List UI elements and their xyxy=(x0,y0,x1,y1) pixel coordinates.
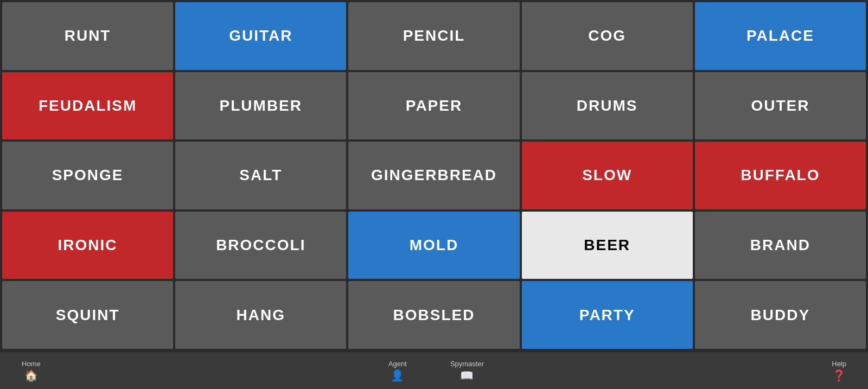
spymaster-label: Spymaster xyxy=(450,360,484,368)
card-buffalo[interactable]: BUFFALO xyxy=(695,142,866,209)
card-cog[interactable]: COG xyxy=(522,2,693,70)
agent-icon: 👤 xyxy=(391,369,404,382)
card-squint[interactable]: SQUINT xyxy=(2,281,173,349)
card-hang[interactable]: HANG xyxy=(175,281,346,349)
spymaster-icon: 📖 xyxy=(460,369,474,382)
card-feudalism[interactable]: FEUDALISM xyxy=(2,72,173,140)
card-paper[interactable]: PAPER xyxy=(348,72,519,140)
card-ironic[interactable]: IRONIC xyxy=(2,212,173,279)
home-nav[interactable]: Home 🏠 xyxy=(22,360,41,382)
help-icon: ❓ xyxy=(832,369,846,382)
help-label: Help xyxy=(832,360,846,368)
card-outer[interactable]: OUTER xyxy=(695,72,866,140)
card-gingerbread[interactable]: GINGERBREAD xyxy=(348,142,519,209)
card-mold[interactable]: MOLD xyxy=(348,212,519,279)
card-bobsled[interactable]: BOBSLED xyxy=(348,281,519,349)
card-guitar[interactable]: GUITAR xyxy=(175,2,346,70)
card-palace[interactable]: PALACE xyxy=(695,2,866,70)
card-broccoli[interactable]: BROCCOLI xyxy=(175,212,346,279)
game-grid: RUNTGUITARPENCILCOGPALACEFEUDALISMPLUMBE… xyxy=(0,0,868,351)
agent-label: Agent xyxy=(388,360,407,368)
card-salt[interactable]: SALT xyxy=(175,142,346,209)
card-party[interactable]: PARTY xyxy=(522,281,693,349)
card-pencil[interactable]: PENCIL xyxy=(348,2,519,70)
card-brand[interactable]: BRAND xyxy=(695,212,866,279)
center-nav: Agent 👤 Spymaster 📖 xyxy=(41,360,832,382)
bottom-bar: Home 🏠 Agent 👤 Spymaster 📖 Help ❓ xyxy=(0,351,868,389)
card-buddy[interactable]: BUDDY xyxy=(695,281,866,349)
card-slow[interactable]: SLOW xyxy=(522,142,693,209)
card-runt[interactable]: RUNT xyxy=(2,2,173,70)
agent-nav[interactable]: Agent 👤 xyxy=(388,360,407,382)
card-beer[interactable]: BEER xyxy=(522,212,693,279)
card-drums[interactable]: DRUMS xyxy=(522,72,693,140)
card-sponge[interactable]: SPONGE xyxy=(2,142,173,209)
home-icon: 🏠 xyxy=(24,369,38,382)
card-plumber[interactable]: PLUMBER xyxy=(175,72,346,140)
home-label: Home xyxy=(22,360,41,368)
help-nav[interactable]: Help ❓ xyxy=(832,360,846,382)
spymaster-nav[interactable]: Spymaster 📖 xyxy=(450,360,484,382)
